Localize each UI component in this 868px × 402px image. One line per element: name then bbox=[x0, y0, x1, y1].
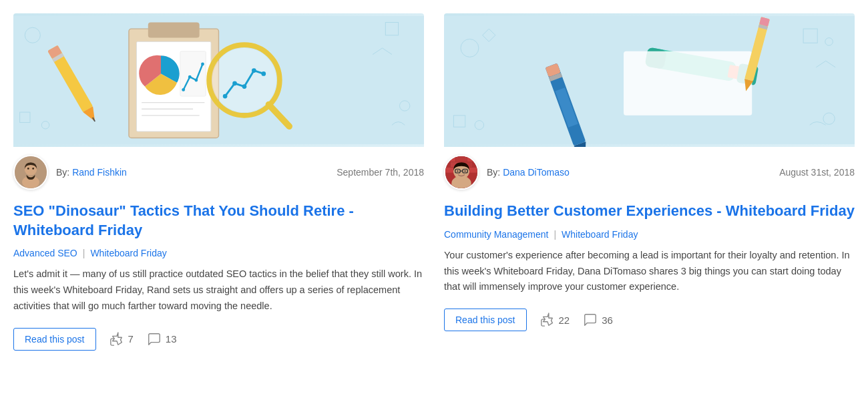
svg-point-73 bbox=[457, 170, 458, 172]
svg-point-17 bbox=[201, 63, 204, 66]
likes-count-2: 22 bbox=[559, 315, 570, 326]
svg-point-23 bbox=[252, 68, 256, 73]
by-label-2: By: bbox=[487, 167, 500, 178]
post-categories-2: Community Management | Whiteboard Friday bbox=[444, 229, 855, 240]
svg-rect-61 bbox=[456, 156, 467, 162]
like-icon-2 bbox=[540, 313, 555, 327]
category-divider-1: | bbox=[83, 248, 85, 258]
post-card-2: By: Dana DiTomaso August 31st, 2018 Buil… bbox=[444, 13, 855, 357]
post-excerpt-2: Your customer's experience after becomin… bbox=[444, 248, 855, 296]
svg-point-24 bbox=[261, 71, 266, 76]
card-footer-2: Read this post 22 36 bbox=[444, 309, 855, 338]
svg-point-21 bbox=[232, 81, 237, 85]
author-name-link-1[interactable]: Rand Fishkin bbox=[72, 167, 127, 178]
category-link-1b[interactable]: Whiteboard Friday bbox=[90, 248, 166, 258]
svg-rect-53 bbox=[624, 51, 752, 116]
svg-rect-65 bbox=[445, 168, 455, 173]
post-categories-1: Advanced SEO | Whiteboard Friday bbox=[13, 248, 424, 258]
svg-point-14 bbox=[182, 88, 185, 91]
category-link-2a[interactable]: Community Management bbox=[444, 229, 548, 240]
post-title-2: Building Better Customer Experiences - W… bbox=[444, 202, 855, 221]
author-row-1: By: Rand Fishkin September 7th, 2018 bbox=[13, 147, 424, 195]
category-link-1a[interactable]: Advanced SEO bbox=[13, 248, 77, 258]
comments-stat-2: 36 bbox=[583, 313, 613, 327]
comment-icon-2 bbox=[583, 313, 598, 327]
comment-icon-1 bbox=[147, 332, 162, 347]
comments-count-2: 36 bbox=[602, 315, 613, 326]
post-excerpt-1: Let's admit it — many of us still practi… bbox=[13, 266, 424, 315]
avatar-1 bbox=[13, 155, 48, 190]
likes-stat-1: 7 bbox=[110, 332, 134, 347]
cards-container: By: Rand Fishkin September 7th, 2018 SEO… bbox=[13, 13, 855, 357]
author-row-2: By: Dana DiTomaso August 31st, 2018 bbox=[444, 147, 855, 195]
card-image-1 bbox=[13, 13, 424, 147]
author-meta-2: By: Dana DiTomaso August 31st, 2018 bbox=[487, 167, 855, 178]
category-link-2b[interactable]: Whiteboard Friday bbox=[562, 229, 638, 240]
avatar-2 bbox=[444, 155, 479, 190]
svg-point-35 bbox=[32, 168, 34, 170]
svg-rect-67 bbox=[468, 168, 477, 173]
svg-rect-60 bbox=[445, 156, 456, 162]
svg-point-15 bbox=[188, 75, 192, 79]
category-divider-2: | bbox=[554, 229, 556, 240]
by-label-1: By: bbox=[56, 167, 69, 178]
comments-count-1: 13 bbox=[166, 333, 177, 345]
svg-rect-7 bbox=[148, 23, 200, 38]
svg-point-20 bbox=[223, 94, 228, 99]
svg-rect-62 bbox=[467, 156, 477, 162]
like-icon-1 bbox=[110, 332, 124, 347]
read-post-button-2[interactable]: Read this post bbox=[444, 309, 527, 331]
svg-point-74 bbox=[464, 170, 465, 172]
author-byline-1: By: Rand Fishkin bbox=[56, 167, 127, 178]
author-meta-1: By: Rand Fishkin September 7th, 2018 bbox=[56, 167, 424, 178]
read-post-button-1[interactable]: Read this post bbox=[13, 328, 96, 351]
post-title-1: SEO "Dinosaur" Tactics That You Should R… bbox=[13, 202, 424, 240]
author-byline-2: By: Dana DiTomaso bbox=[487, 167, 570, 178]
likes-count-1: 7 bbox=[128, 333, 134, 345]
card-footer-1: Read this post 7 13 bbox=[13, 328, 424, 357]
svg-point-16 bbox=[194, 79, 198, 82]
author-name-link-2[interactable]: Dana DiTomaso bbox=[503, 167, 570, 178]
post-card-1: By: Rand Fishkin September 7th, 2018 SEO… bbox=[13, 13, 424, 357]
comments-stat-1: 13 bbox=[147, 332, 177, 347]
card-image-2 bbox=[444, 13, 855, 147]
post-date-1: September 7th, 2018 bbox=[337, 167, 424, 178]
likes-stat-2: 22 bbox=[540, 313, 570, 327]
svg-point-34 bbox=[27, 168, 29, 170]
post-date-2: August 31st, 2018 bbox=[779, 167, 855, 178]
svg-point-22 bbox=[242, 84, 247, 89]
